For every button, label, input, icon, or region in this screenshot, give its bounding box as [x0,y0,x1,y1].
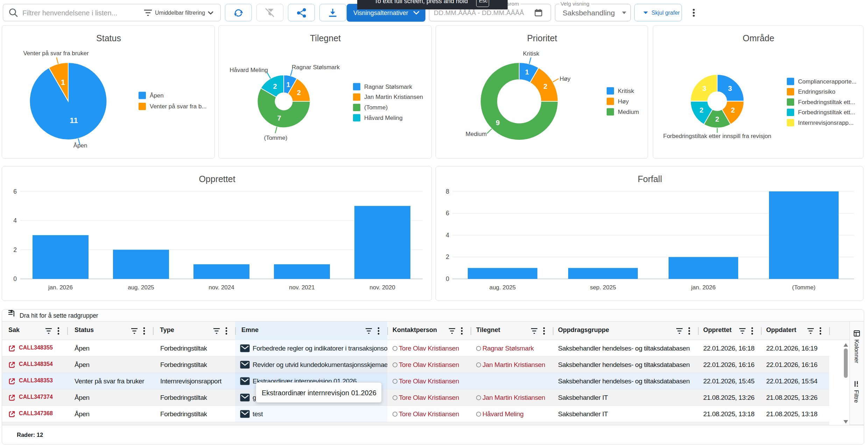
svg-text:Håvard Meling: Håvard Meling [230,67,268,73]
svg-text:(Tomme): (Tomme) [792,284,816,291]
svg-text:Høy: Høy [618,98,629,105]
svg-text:Opprettet: Opprettet [199,174,235,184]
svg-text:nov. 2021: nov. 2021 [289,284,315,291]
svg-text:1: 1 [61,78,65,87]
svg-text:Forbedringstiltak etter innspi: Forbedringstiltak etter innspill fra rev… [663,133,771,139]
svg-text:4: 4 [446,232,449,239]
svg-text:0: 0 [13,275,17,282]
svg-text:11: 11 [70,116,78,125]
svg-text:aug. 2025: aug. 2025 [128,284,154,291]
svg-text:Åpen: Åpen [150,92,164,99]
svg-text:1: 1 [525,68,529,76]
svg-text:2: 2 [731,106,735,114]
svg-text:Forbedringstiltak ett...: Forbedringstiltak ett... [798,109,855,116]
svg-text:jan. 2026: jan. 2026 [48,284,73,291]
svg-text:jan. 2026: jan. 2026 [691,284,716,291]
svg-text:9: 9 [496,119,500,127]
svg-text:3: 3 [703,85,706,92]
svg-text:2: 2 [700,106,704,114]
svg-text:Håvard Meling: Håvard Meling [364,115,403,121]
svg-text:aug. 2025: aug. 2025 [489,284,516,291]
svg-text:Internrevisjonsrapp...: Internrevisjonsrapp... [798,120,854,126]
svg-text:Prioritet: Prioritet [527,33,557,43]
svg-text:2: 2 [446,253,449,260]
svg-text:Compliancerapporte...: Compliancerapporte... [798,78,856,85]
svg-text:Endringsrisiko: Endringsrisiko [798,88,835,95]
svg-text:2: 2 [13,246,17,253]
svg-text:1: 1 [286,81,290,88]
svg-text:Forbedringstiltak ett...: Forbedringstiltak ett... [798,99,855,106]
svg-text:0: 0 [446,275,449,282]
svg-text:2: 2 [543,82,547,90]
svg-text:Kritisk: Kritisk [523,50,539,57]
svg-text:Medium: Medium [618,109,639,115]
svg-text:4: 4 [13,217,17,224]
svg-text:6: 6 [13,188,17,195]
svg-text:2: 2 [715,115,719,123]
svg-text:(Tomme): (Tomme) [264,135,287,141]
svg-text:sep. 2025: sep. 2025 [590,284,616,291]
svg-text:(Tomme): (Tomme) [364,104,388,111]
svg-text:Ragnar Stølsmark: Ragnar Stølsmark [292,64,340,71]
svg-text:Venter på svar fra bruker: Venter på svar fra bruker [23,50,89,57]
svg-text:3: 3 [728,85,732,92]
svg-text:7: 7 [277,114,281,122]
svg-text:Ragnar Stølsmark: Ragnar Stølsmark [364,84,412,90]
svg-text:8: 8 [446,188,449,195]
svg-text:2: 2 [273,82,277,90]
svg-text:Status: Status [96,33,121,43]
svg-text:Venter på svar fra b...: Venter på svar fra b... [150,103,207,110]
svg-text:Åpen: Åpen [73,142,87,149]
svg-text:Jan Martin Kristiansen: Jan Martin Kristiansen [364,94,423,100]
svg-text:Forfall: Forfall [638,174,662,184]
svg-text:nov. 2020: nov. 2020 [369,284,395,291]
svg-text:Medium: Medium [466,131,487,137]
svg-text:Område: Område [743,33,774,43]
svg-text:nov. 2024: nov. 2024 [209,284,234,291]
svg-text:2: 2 [297,89,301,96]
svg-text:Kritisk: Kritisk [618,88,634,94]
svg-text:6: 6 [446,210,449,217]
svg-text:Tilegnet: Tilegnet [310,33,341,43]
svg-text:Høy: Høy [559,75,571,82]
